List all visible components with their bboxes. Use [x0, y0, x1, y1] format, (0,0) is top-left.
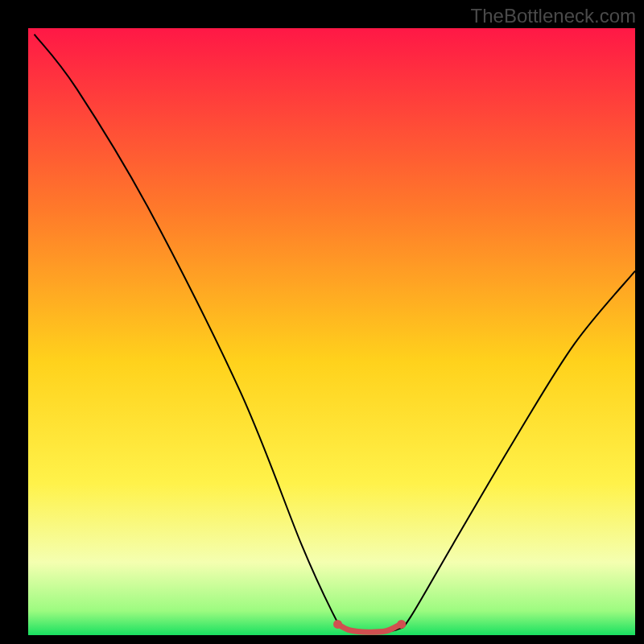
bottleneck-chart: TheBottleneck.com: [0, 0, 644, 644]
svg-point-0: [333, 620, 342, 629]
chart-svg: [0, 0, 644, 644]
svg-point-1: [397, 620, 406, 629]
watermark-text: TheBottleneck.com: [471, 5, 636, 27]
plot-area: [28, 28, 635, 635]
